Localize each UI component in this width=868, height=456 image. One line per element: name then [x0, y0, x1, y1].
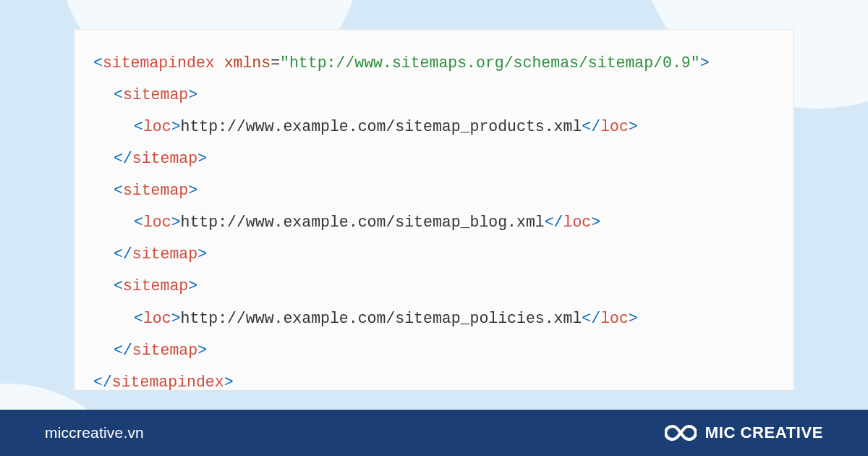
- code-block: <sitemapindex xmlns="http://www.sitemaps…: [74, 29, 794, 391]
- code-line: </sitemapindex>: [93, 366, 775, 391]
- brand-text: MIC CREATIVE: [705, 423, 823, 442]
- code-line: <sitemap>: [93, 174, 775, 206]
- code-line: <sitemap>: [93, 270, 775, 302]
- brand: MIC CREATIVE: [665, 423, 823, 442]
- code-line: <loc>http://www.example.com/sitemap_blog…: [93, 206, 775, 238]
- footer-bar: miccreative.vn MIC CREATIVE: [0, 410, 868, 456]
- code-line: <loc>http://www.example.com/sitemap_prod…: [93, 111, 775, 143]
- code-line: </sitemap>: [93, 143, 775, 174]
- code-line: <sitemap>: [93, 79, 775, 111]
- code-line: </sitemap>: [93, 334, 775, 366]
- code-line: <loc>http://www.example.com/sitemap_poli…: [93, 303, 775, 334]
- code-line: </sitemap>: [93, 238, 775, 270]
- infinity-icon: [665, 424, 697, 442]
- code-line: <sitemapindex xmlns="http://www.sitemaps…: [93, 47, 775, 79]
- footer-domain: miccreative.vn: [45, 424, 144, 442]
